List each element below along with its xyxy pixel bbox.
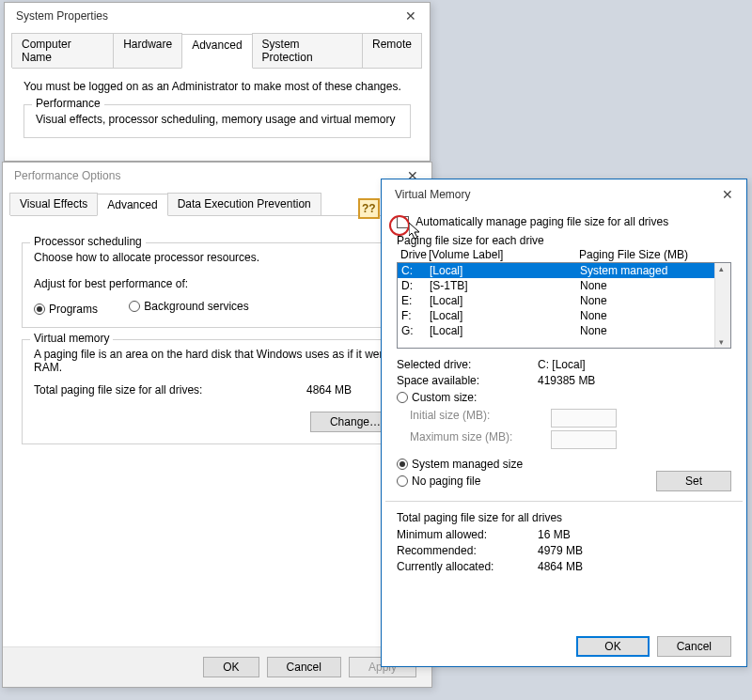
tab-dep[interactable]: Data Execution Prevention — [167, 193, 321, 215]
drive-label: [Local] — [430, 324, 580, 337]
drive-label: [S-1TB] — [430, 279, 580, 292]
paging-each-label: Paging file size for each drive — [397, 234, 731, 247]
performance-legend: Performance — [32, 97, 104, 110]
vm-total-label: Total paging file size for all drives: — [34, 383, 306, 397]
maximum-size-input[interactable] — [551, 430, 617, 449]
performance-options-titlebar: Performance Options ✕ — [3, 163, 431, 189]
ok-button[interactable]: OK — [203, 657, 258, 677]
tab-computer-name[interactable]: Computer Name — [11, 33, 114, 68]
hdr-volume: [Volume Label] — [429, 248, 579, 261]
radio-background-label: Background services — [144, 300, 248, 313]
processor-scheduling-desc: Choose how to allocate processor resourc… — [34, 251, 400, 264]
radio-dot-icon — [34, 303, 45, 315]
virtual-memory-group: Virtual memory A paging file is an area … — [22, 339, 413, 444]
drive-letter: G: — [401, 324, 430, 337]
tab-advanced-perf[interactable]: Advanced — [97, 194, 167, 216]
recommended-value: 4979 MB — [538, 544, 583, 557]
drive-row[interactable]: F:[Local]None — [398, 308, 730, 323]
drive-row[interactable]: C:[Local]System managed — [398, 263, 730, 278]
system-properties-window: System Properties ✕ Computer Name Hardwa… — [4, 2, 431, 162]
virtual-memory-legend: Virtual memory — [30, 332, 113, 345]
drive-row[interactable]: D:[S-1TB]None — [398, 278, 730, 293]
drive-letter: C: — [401, 264, 430, 277]
system-properties-content: You must be logged on as an Administrato… — [5, 69, 430, 161]
drive-label: [Local] — [430, 294, 580, 307]
processor-scheduling-legend: Processor scheduling — [30, 235, 146, 248]
no-paging-file-label: No paging file — [412, 474, 480, 488]
radio-no-paging-file[interactable]: No paging file — [397, 474, 628, 488]
set-button[interactable]: Set — [656, 471, 731, 491]
performance-options-title: Performance Options — [14, 169, 120, 182]
currently-allocated-label: Currently allocated: — [397, 560, 538, 573]
radio-dot-icon — [397, 392, 408, 403]
virtual-memory-title: Virtual Memory — [395, 188, 470, 201]
drive-row[interactable]: E:[Local]None — [398, 293, 730, 308]
hdr-drive: Drive — [400, 248, 429, 261]
drive-letter: D: — [401, 279, 430, 292]
custom-size-label: Custom size: — [412, 391, 477, 404]
drive-letter: F: — [401, 309, 430, 322]
close-icon[interactable]: ✕ — [716, 187, 739, 202]
radio-custom-size[interactable]: Custom size: — [397, 391, 477, 404]
system-properties-tabs: Computer Name Hardware Advanced System P… — [12, 29, 422, 69]
system-managed-label: System managed size — [412, 458, 523, 471]
tab-system-protection[interactable]: System Protection — [252, 33, 363, 68]
divider — [385, 501, 743, 502]
drive-size: None — [580, 294, 727, 307]
tab-visual-effects[interactable]: Visual Effects — [9, 193, 98, 215]
min-allowed-label: Minimum allowed: — [397, 528, 538, 541]
radio-system-managed[interactable]: System managed size — [397, 458, 523, 471]
drive-letter: E: — [401, 294, 430, 307]
drive-label: [Local] — [430, 309, 580, 322]
drive-list[interactable]: C:[Local]System managedD:[S-1TB]NoneE:[L… — [397, 262, 731, 349]
admin-note: You must be logged on as an Administrato… — [24, 80, 411, 93]
radio-programs-label: Programs — [49, 303, 98, 316]
adjust-performance-label: Adjust for best performance of: — [34, 277, 400, 290]
space-available-value: 419385 MB — [538, 374, 595, 387]
performance-options-buttons: OK Cancel Apply — [3, 646, 431, 687]
totals-header: Total paging file size for all drives — [397, 511, 731, 524]
radio-background-services[interactable]: Background services — [129, 300, 248, 313]
cancel-button[interactable]: Cancel — [657, 636, 731, 657]
close-icon[interactable]: ✕ — [400, 8, 422, 23]
hdr-size: Paging File Size (MB) — [579, 248, 728, 261]
drive-size: None — [580, 309, 727, 322]
tab-remote[interactable]: Remote — [362, 33, 422, 68]
ok-button[interactable]: OK — [576, 636, 649, 657]
virtual-memory-window: Virtual Memory ✕ Automatically manage pa… — [381, 179, 747, 667]
radio-programs[interactable]: Programs — [34, 303, 98, 316]
virtual-memory-buttons: OK Cancel — [382, 627, 746, 666]
recommended-label: Recommended: — [397, 544, 538, 557]
tab-advanced[interactable]: Advanced — [181, 34, 252, 69]
currently-allocated-value: 4864 MB — [538, 560, 583, 573]
selected-drive-label: Selected drive: — [397, 358, 538, 371]
annotation-badge: ?? — [358, 198, 380, 219]
performance-desc: Visual effects, processor scheduling, me… — [36, 113, 399, 126]
drive-size: System managed — [580, 264, 727, 277]
svg-marker-0 — [409, 223, 419, 239]
min-allowed-value: 16 MB — [538, 528, 571, 541]
radio-dot-icon — [129, 301, 140, 312]
performance-options-window: Performance Options ✕ Visual Effects Adv… — [2, 162, 432, 688]
system-properties-titlebar: System Properties ✕ — [5, 3, 430, 29]
initial-size-input[interactable] — [551, 409, 617, 428]
virtual-memory-desc: A paging file is an area on the hard dis… — [34, 348, 400, 374]
annotation-circle — [389, 215, 410, 236]
initial-size-label: Initial size (MB): — [410, 409, 551, 428]
drive-label: [Local] — [430, 264, 580, 277]
radio-dot-icon — [397, 459, 408, 470]
cancel-button[interactable]: Cancel — [267, 657, 341, 677]
radio-dot-icon — [397, 475, 408, 487]
performance-group: Performance Visual effects, processor sc… — [24, 104, 411, 138]
selected-drive-value: C: [Local] — [538, 358, 586, 371]
drive-size: None — [580, 324, 727, 337]
drive-row[interactable]: G:[Local]None — [398, 323, 730, 338]
maximum-size-label: Maximum size (MB): — [410, 430, 551, 449]
scrollbar[interactable] — [714, 263, 730, 348]
space-available-label: Space available: — [397, 374, 538, 387]
virtual-memory-titlebar: Virtual Memory ✕ — [382, 179, 746, 210]
processor-scheduling-group: Processor scheduling Choose how to alloc… — [22, 242, 413, 328]
tab-hardware[interactable]: Hardware — [113, 33, 182, 68]
auto-manage-label: Automatically manage paging file size fo… — [415, 215, 668, 228]
performance-options-content: Processor scheduling Choose how to alloc… — [3, 216, 431, 467]
